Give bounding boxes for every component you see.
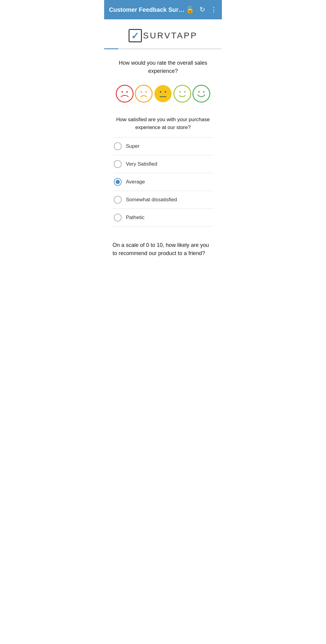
radio-item-very-satisfied[interactable]: Very Satisfied bbox=[113, 155, 213, 173]
radio-item-somewhat-dissatisfied[interactable]: Somewhat dissatisfied bbox=[113, 191, 213, 209]
radio-item-pathetic[interactable]: Pathetic bbox=[113, 209, 213, 227]
radio-circle-somewhat-dissatisfied bbox=[114, 196, 122, 204]
radio-item-super[interactable]: Super bbox=[113, 138, 213, 155]
radio-label-very-satisfied: Very Satisfied bbox=[126, 161, 157, 167]
main-content: How would you rate the overall sales exp… bbox=[104, 54, 222, 270]
radio-options: Super Very Satisfied Average Somewhat di… bbox=[113, 137, 213, 227]
svg-point-2 bbox=[126, 91, 128, 93]
radio-circle-very-satisfied bbox=[114, 160, 122, 168]
svg-point-7 bbox=[160, 91, 161, 93]
emoji-row bbox=[113, 84, 213, 104]
svg-point-0 bbox=[116, 85, 133, 102]
svg-point-3 bbox=[135, 85, 152, 102]
radio-label-average: Average bbox=[126, 179, 145, 185]
question2-text: How satisfied are you with your purchase… bbox=[113, 116, 213, 131]
toolbar: Customer Feedback Surv… 🔓 ↻ ⋮ bbox=[104, 0, 222, 19]
logo-checkbox: ✓ bbox=[129, 29, 142, 42]
svg-point-11 bbox=[179, 91, 181, 93]
radio-circle-pathetic bbox=[114, 214, 122, 222]
question2-section: How satisfied are you with your purchase… bbox=[113, 116, 213, 227]
svg-point-5 bbox=[145, 91, 147, 93]
emoji-very-satisfied[interactable] bbox=[192, 84, 211, 104]
emoji-satisfied[interactable] bbox=[173, 84, 192, 104]
radio-label-pathetic: Pathetic bbox=[126, 215, 144, 221]
svg-point-4 bbox=[141, 91, 142, 93]
logo-text: SURVTAPP bbox=[143, 31, 197, 40]
svg-point-15 bbox=[203, 91, 205, 93]
progress-area bbox=[104, 48, 222, 49]
radio-label-super: Super bbox=[126, 143, 139, 149]
lock-icon[interactable]: 🔓 bbox=[186, 6, 194, 14]
logo-area: ✓ SURVTAPP bbox=[104, 19, 222, 48]
svg-point-13 bbox=[193, 85, 210, 102]
radio-label-somewhat-dissatisfied: Somewhat dissatisfied bbox=[126, 197, 177, 203]
logo-checkmark-icon: ✓ bbox=[131, 31, 139, 41]
refresh-icon[interactable]: ↻ bbox=[200, 6, 205, 14]
emoji-very-dissatisfied[interactable] bbox=[115, 84, 134, 104]
question3-section: On a scale of 0 to 10, how likely are yo… bbox=[113, 234, 213, 257]
question1-section: How would you rate the overall sales exp… bbox=[113, 59, 213, 104]
svg-point-12 bbox=[184, 91, 185, 93]
toolbar-icons: 🔓 ↻ ⋮ bbox=[186, 6, 217, 14]
question3-text: On a scale of 0 to 10, how likely are yo… bbox=[113, 234, 213, 257]
svg-point-1 bbox=[121, 91, 123, 93]
toolbar-title: Customer Feedback Surv… bbox=[109, 6, 186, 13]
emoji-neutral[interactable] bbox=[153, 84, 173, 104]
svg-point-10 bbox=[174, 85, 191, 102]
emoji-dissatisfied[interactable] bbox=[134, 84, 154, 104]
progress-track bbox=[104, 48, 222, 49]
question1-text: How would you rate the overall sales exp… bbox=[113, 59, 213, 75]
svg-point-6 bbox=[155, 85, 171, 102]
radio-circle-super bbox=[114, 142, 122, 150]
radio-circle-average bbox=[114, 178, 122, 186]
more-icon[interactable]: ⋮ bbox=[210, 6, 217, 14]
radio-item-average[interactable]: Average bbox=[113, 173, 213, 191]
svg-point-14 bbox=[198, 91, 200, 93]
svg-point-8 bbox=[165, 91, 166, 93]
progress-fill bbox=[104, 48, 118, 49]
